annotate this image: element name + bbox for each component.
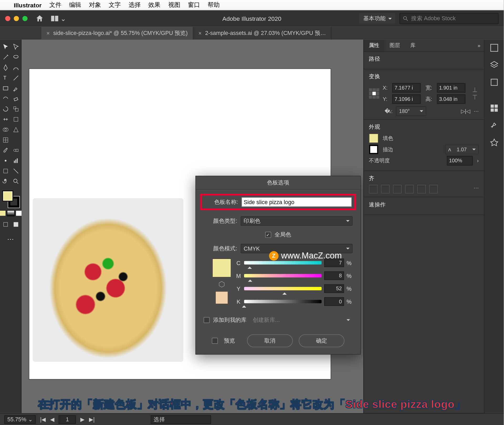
align-vcenter-icon[interactable] — [417, 185, 426, 194]
cancel-button[interactable]: 取消 — [247, 334, 293, 347]
mac-menu-window[interactable]: 窗口 — [188, 1, 200, 9]
pen-tool-icon[interactable] — [1, 63, 10, 72]
rectangle-tool-icon[interactable] — [1, 84, 10, 93]
direct-selection-tool-icon[interactable] — [11, 42, 20, 52]
align-right-icon[interactable] — [393, 185, 402, 194]
zoom-level-dropdown[interactable]: 55.75%⌄ — [4, 415, 36, 424]
selection-status[interactable]: 选择 — [151, 415, 211, 424]
libraries-panel-icon[interactable] — [489, 77, 499, 87]
curvature-tool-icon[interactable] — [11, 63, 20, 72]
type-tool-icon[interactable]: T — [1, 73, 10, 83]
mac-menu-effect[interactable]: 效果 — [148, 1, 160, 9]
mesh-tool-icon[interactable] — [1, 135, 10, 145]
paintbrush-tool-icon[interactable] — [11, 84, 20, 93]
window-close-icon[interactable] — [5, 16, 10, 21]
rotate-tool-icon[interactable] — [1, 104, 10, 114]
stroke-weight-input[interactable]: ᴧ1.07 — [445, 145, 479, 154]
reference-point[interactable] — [369, 88, 379, 99]
lasso-tool-icon[interactable] — [11, 53, 20, 62]
document-tab[interactable]: × side-slice-pizza-logo.ai* @ 55.75% (CM… — [41, 27, 193, 40]
hand-tool-icon[interactable] — [1, 177, 10, 186]
panel-collapse-icon[interactable]: » — [474, 43, 484, 49]
flip-horizontal-icon[interactable]: ▷|◁ — [461, 108, 470, 114]
panel-tab-properties[interactable]: 属性 — [364, 40, 385, 51]
mac-menu-select[interactable]: 选择 — [129, 1, 141, 9]
mac-menu-app[interactable]: Illustrator — [14, 2, 41, 8]
m-value-input[interactable] — [324, 271, 344, 280]
mac-menu-help[interactable]: 帮助 — [208, 1, 220, 9]
edit-toolbar-icon[interactable]: ⋯ — [5, 234, 16, 244]
mac-menu-edit[interactable]: 编辑 — [69, 1, 81, 9]
stock-search-input[interactable]: 搜索 Adobe Stock — [400, 13, 498, 24]
k-slider[interactable] — [244, 300, 322, 303]
window-minimize-icon[interactable] — [14, 16, 19, 21]
align-bottom-icon[interactable] — [429, 185, 438, 194]
page-input[interactable]: 1 — [59, 415, 76, 424]
opacity-flyout-icon[interactable]: › — [477, 158, 479, 164]
prev-page-icon[interactable]: ◀ — [50, 416, 54, 423]
ok-button[interactable]: 确定 — [299, 334, 344, 347]
screen-mode-icon[interactable] — [11, 220, 20, 229]
more-options-icon[interactable]: ⋯ — [474, 185, 479, 194]
perspective-tool-icon[interactable] — [11, 125, 20, 134]
next-page-icon[interactable]: ▶ — [80, 416, 85, 423]
create-library-dropdown[interactable]: 创建新库... — [250, 315, 353, 325]
shape-builder-tool-icon[interactable] — [1, 125, 10, 134]
magic-wand-tool-icon[interactable] — [1, 53, 10, 62]
swatch-name-input[interactable] — [242, 197, 352, 207]
free-transform-tool-icon[interactable] — [11, 115, 20, 124]
panel-tab-libraries[interactable]: 库 — [405, 40, 421, 51]
color-mode-icon[interactable] — [0, 210, 6, 216]
opacity-input[interactable] — [447, 156, 472, 165]
k-value-input[interactable] — [324, 297, 344, 306]
document-tab[interactable]: × 2-sample-assets.ai @ 27.03% (CMYK/GPU … — [193, 27, 332, 40]
link-wh-icon[interactable] — [471, 86, 479, 101]
line-tool-icon[interactable] — [11, 73, 20, 83]
swatches-panel-icon[interactable] — [489, 103, 499, 113]
y-value-input[interactable] — [324, 284, 344, 293]
artboard-tool-icon[interactable] — [1, 166, 10, 176]
align-hcenter-icon[interactable] — [381, 185, 390, 194]
angle-dropdown[interactable]: 180° — [396, 106, 426, 116]
brushes-panel-icon[interactable] — [489, 121, 499, 130]
eyedropper-tool-icon[interactable] — [1, 146, 10, 155]
preview-checkbox[interactable] — [212, 338, 218, 344]
symbol-sprayer-tool-icon[interactable] — [1, 156, 10, 165]
mac-menu-view[interactable]: 视图 — [168, 1, 180, 9]
add-to-library-checkbox[interactable] — [204, 317, 210, 323]
home-icon[interactable] — [35, 14, 44, 23]
gradient-tool-icon[interactable] — [11, 135, 20, 145]
scale-tool-icon[interactable] — [11, 104, 20, 114]
mac-menu-object[interactable]: 对象 — [89, 1, 101, 9]
workspace-dropdown[interactable]: 基本功能 — [359, 13, 395, 24]
chevron-down-icon[interactable]: ⌄ — [60, 14, 66, 23]
mac-menu-file[interactable]: 文件 — [49, 1, 61, 9]
align-left-icon[interactable] — [369, 185, 377, 194]
x-input[interactable] — [392, 83, 421, 93]
w-input[interactable] — [437, 83, 465, 93]
first-page-icon[interactable]: |◀ — [40, 416, 46, 423]
fill-stroke-indicator[interactable] — [2, 190, 19, 208]
blend-tool-icon[interactable] — [11, 146, 20, 155]
slice-tool-icon[interactable] — [11, 166, 20, 176]
gradient-mode-icon[interactable] — [7, 210, 14, 216]
close-tab-icon[interactable]: × — [46, 30, 50, 37]
window-maximize-icon[interactable] — [22, 16, 28, 21]
shaper-tool-icon[interactable] — [1, 94, 10, 103]
more-options-icon[interactable]: ⋯ — [474, 108, 479, 114]
align-top-icon[interactable] — [405, 185, 414, 194]
stroke-color-swatch[interactable] — [369, 145, 378, 154]
layers-panel-icon[interactable] — [489, 60, 499, 70]
properties-panel-icon[interactable] — [489, 43, 499, 53]
fill-color-swatch[interactable] — [369, 133, 378, 143]
width-tool-icon[interactable] — [1, 115, 10, 124]
symbols-panel-icon[interactable] — [489, 138, 499, 147]
color-type-dropdown[interactable]: 印刷色 — [241, 216, 353, 226]
c-slider[interactable] — [244, 261, 322, 265]
y-slider[interactable] — [244, 287, 322, 290]
h-input[interactable] — [437, 94, 465, 104]
arrange-documents-icon[interactable] — [50, 14, 59, 23]
fill-swatch[interactable] — [2, 190, 13, 202]
y-input[interactable] — [392, 94, 421, 104]
mac-menu-type[interactable]: 文字 — [109, 1, 121, 9]
